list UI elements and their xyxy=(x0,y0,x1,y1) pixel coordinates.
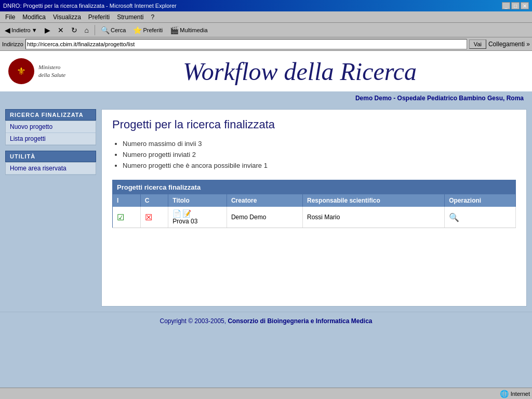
menu-visualizza[interactable]: Visualizza xyxy=(50,12,84,22)
row-title: 📄 📝 Prova 03 xyxy=(168,207,227,228)
status-bar: 🌐 Internet xyxy=(0,388,532,398)
status-zone: Internet xyxy=(511,391,530,397)
bullet-item-2: Numero progetti inviati 2 xyxy=(123,151,516,158)
status-right: 🌐 Internet xyxy=(500,390,530,398)
site-title: Workflow della Ricerca xyxy=(76,57,524,86)
sidebar: RICERCA FINALIZZATA Nuovo progetto Lista… xyxy=(5,109,96,307)
stop-button[interactable]: ✕ xyxy=(55,24,66,36)
refresh-button[interactable]: ↻ xyxy=(69,24,80,36)
toolbar: ◀ Indietro ▼ ▶ ✕ ↻ ⌂ 🔍 Cerca ⭐ Preferiti… xyxy=(0,23,532,37)
table-section-header: Progetti ricerca finalizzata xyxy=(113,180,516,195)
sidebar-section-utilita: UTILITÀ xyxy=(5,151,96,162)
page-footer: Copyright © 2003-2005, Consorzio di Bioi… xyxy=(0,312,532,330)
col-i: I xyxy=(113,194,141,207)
logo-text: Ministero della Salute xyxy=(38,63,65,79)
emblem-icon: ⚜ xyxy=(8,58,34,84)
row-c-status: ☒ xyxy=(140,207,168,228)
back-icon: ◀ xyxy=(5,26,10,34)
back-dropdown-icon: ▼ xyxy=(32,27,37,33)
col-responsabile: Responsabile scientifico xyxy=(303,194,445,207)
sidebar-links-ricerca: Nuovo progetto Lista progetti xyxy=(5,121,96,145)
multimedia-icon: 🎬 xyxy=(170,26,179,34)
title-bar-title: DNRO: Progetti per la ricerca finalizzat… xyxy=(3,3,177,9)
title-bar: DNRO: Progetti per la ricerca finalizzat… xyxy=(0,0,532,11)
sidebar-item-home-area-riservata[interactable]: Home area riservata xyxy=(6,163,96,175)
pdf-icon: 📄 xyxy=(172,209,181,218)
table-row: ☑ ☒ 📄 📝 Prova 03 Demo Demo Rossi Mario xyxy=(113,207,516,228)
page-title: Progetti per la ricerca finalizzata xyxy=(112,118,516,131)
table-column-header-row: I C Titolo Creatore Responsabile scienti… xyxy=(113,194,516,207)
logo-line2: della Salute xyxy=(38,71,65,79)
content-area: Progetti per la ricerca finalizzata Nume… xyxy=(101,109,527,307)
search-label: Cerca xyxy=(111,27,126,33)
sidebar-section-ricerca: RICERCA FINALIZZATA xyxy=(5,109,96,121)
multimedia-button[interactable]: 🎬 Multimedia xyxy=(167,24,210,36)
window-controls[interactable]: _ □ ✕ xyxy=(502,2,529,9)
main-layout: RICERCA FINALIZZATA Nuovo progetto Lista… xyxy=(0,104,532,312)
doc-icons: 📄 📝 xyxy=(172,209,222,218)
favorites-button[interactable]: ⭐ Preferiti xyxy=(130,24,165,36)
col-operazioni: Operazioni xyxy=(445,194,516,207)
row-i-status: ☑ xyxy=(113,207,141,228)
menu-modifica[interactable]: Modifica xyxy=(19,12,49,22)
menu-strumenti[interactable]: Strumenti xyxy=(114,12,147,22)
stop-icon: ✕ xyxy=(58,26,64,34)
title-text: DNRO: Progetti per la ricerca finalizzat… xyxy=(3,3,177,9)
sidebar-links-utilita: Home area riservata xyxy=(5,162,96,175)
logo-line1: Ministero xyxy=(38,63,65,71)
internet-icon: 🌐 xyxy=(500,390,509,398)
view-icon[interactable]: 🔍 xyxy=(449,213,459,222)
menu-bar: File Modifica Visualizza Preferiti Strum… xyxy=(0,11,532,23)
home-icon: ⌂ xyxy=(85,26,89,34)
favorites-icon: ⭐ xyxy=(133,26,142,34)
back-label: Indietro xyxy=(11,27,31,33)
search-icon: 🔍 xyxy=(101,26,110,34)
page-wrapper: ⚜ Ministero della Salute Workflow della … xyxy=(0,51,532,398)
site-header: ⚜ Ministero della Salute Workflow della … xyxy=(0,51,532,92)
go-button[interactable]: Vai xyxy=(469,39,486,49)
sidebar-item-nuovo-progetto[interactable]: Nuovo progetto xyxy=(6,121,96,133)
favorites-label: Preferiti xyxy=(143,27,163,33)
forward-icon: ▶ xyxy=(45,26,50,34)
project-title: Prova 03 xyxy=(172,218,197,225)
row-creator: Demo Demo xyxy=(227,207,302,228)
col-titolo: Titolo xyxy=(168,194,227,207)
menu-file[interactable]: File xyxy=(2,12,18,22)
menu-preferiti[interactable]: Preferiti xyxy=(85,12,113,22)
links-button[interactable]: Collegamenti » xyxy=(488,41,530,48)
status-i-icon: ☑ xyxy=(117,213,124,222)
close-button[interactable]: ✕ xyxy=(521,2,529,9)
bullet-item-3: Numero progetti che è ancora possibile i… xyxy=(123,162,516,169)
maximize-button[interactable]: □ xyxy=(511,2,520,9)
col-creatore: Creatore xyxy=(227,194,302,207)
footer-link[interactable]: Consorzio di Bioingegneria e Informatica… xyxy=(228,317,372,325)
status-c-icon: ☒ xyxy=(145,213,152,222)
back-button[interactable]: ◀ Indietro ▼ xyxy=(2,24,40,36)
user-bar: Demo Demo - Ospedale Pediatrico Bambino … xyxy=(0,92,532,104)
projects-table: Progetti ricerca finalizzata I C Titolo … xyxy=(112,180,516,228)
home-button[interactable]: ⌂ xyxy=(82,24,91,36)
user-info: Demo Demo - Ospedale Pediatrico Bambino … xyxy=(355,95,524,102)
row-operations[interactable]: 🔍 xyxy=(445,207,516,228)
toolbar-separator xyxy=(95,25,95,35)
table-section-header-row: Progetti ricerca finalizzata xyxy=(113,180,516,195)
search-button[interactable]: 🔍 Cerca xyxy=(98,24,128,36)
minimize-button[interactable]: _ xyxy=(502,2,510,9)
multimedia-label: Multimedia xyxy=(180,27,207,33)
bullet-item-1: Numero massimo di invii 3 xyxy=(123,140,516,148)
forward-button[interactable]: ▶ xyxy=(42,24,53,36)
address-label: Indirizzo xyxy=(2,41,23,47)
doc-icon: 📝 xyxy=(182,209,191,218)
address-input[interactable] xyxy=(25,39,467,49)
refresh-icon: ↻ xyxy=(71,26,77,34)
row-responsible: Rossi Mario xyxy=(303,207,445,228)
col-c: C xyxy=(140,194,168,207)
sidebar-item-lista-progetti[interactable]: Lista progetti xyxy=(6,133,96,145)
logo-area: ⚜ Ministero della Salute xyxy=(8,58,65,84)
address-bar: Indirizzo Vai Collegamenti » xyxy=(0,37,532,51)
menu-help[interactable]: ? xyxy=(148,12,158,22)
footer-text: Copyright © 2003-2005, xyxy=(160,317,227,325)
info-list: Numero massimo di invii 3 Numero progett… xyxy=(123,140,516,169)
